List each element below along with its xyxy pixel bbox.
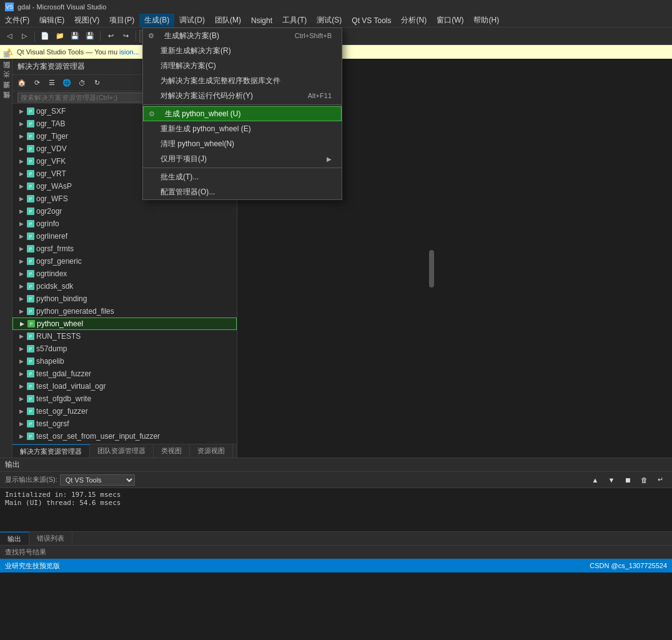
menu-edit[interactable]: 编辑(E) <box>34 14 69 27</box>
expand-arrow: ▶ <box>17 245 25 252</box>
tab-resource-view[interactable]: 资源视图 <box>190 444 233 458</box>
tree-item-test-ofgdb-write[interactable]: ▶ P test_ofgdb_write <box>12 392 237 405</box>
tree-item-test-load-virtual[interactable]: ▶ P test_load_virtual_ogr <box>12 380 237 392</box>
toolbar-forward-btn[interactable]: ▷ <box>17 29 31 43</box>
output-content: Initialized in: 197.15 msecs Main (UI) t… <box>0 488 672 531</box>
sidebar-tab-class[interactable]: 类 <box>0 79 12 89</box>
menu-analyze[interactable]: 分析(N) <box>396 14 432 27</box>
menu-only-for-project[interactable]: 仅用于项目(J) ▶ <box>143 151 342 166</box>
panel-sync-btn[interactable]: ⟳ <box>30 76 44 90</box>
menu-project[interactable]: 项目(P) <box>104 14 139 27</box>
menu-window[interactable]: 窗口(W) <box>432 14 468 27</box>
tree-item-python-wheel[interactable]: ▶ P python_wheel <box>12 318 237 330</box>
output-panel: 输出 显示输出来源(S): Qt VS Tools Build Debug ▲ … <box>0 458 672 545</box>
menu-build-python-wheel[interactable]: ⚙ 生成 python_wheel (U) <box>143 106 342 121</box>
output-clear-btn[interactable]: 🗑 <box>637 473 651 487</box>
tree-item-ogrsf-frmts[interactable]: ▶ P ogrsf_frmts <box>12 242 237 255</box>
sidebar-tab-solution[interactable]: 解决方案 <box>0 59 12 69</box>
toolbar-saveall-btn[interactable]: 💾 <box>83 29 97 43</box>
menu-batch-build[interactable]: 批生成(T)... <box>143 169 342 184</box>
expand-arrow: ▶ <box>17 408 25 415</box>
tree-item-python-binding[interactable]: ▶ P python_binding <box>12 292 237 305</box>
proj-icon: P <box>26 144 35 153</box>
tree-item-test-osr-set[interactable]: ▶ P test_osr_set_from_user_input_fuzzer <box>12 430 237 442</box>
output-word-wrap-btn[interactable]: ↵ <box>653 473 667 487</box>
tree-item-pcidsk-sdk[interactable]: ▶ P pcidsk_sdk <box>12 280 237 292</box>
expand-arrow: ▶ <box>17 182 25 190</box>
panel-refresh-btn[interactable]: ↻ <box>90 76 104 90</box>
menu-rebuild-python-wheel[interactable]: 重新生成 python_wheel (E) <box>143 121 342 136</box>
output-toolbar: 显示输出来源(S): Qt VS Tools Build Debug ▲ ▼ ⏹… <box>0 472 672 488</box>
status-bottom-label: 业研究生技预览版 <box>5 561 60 571</box>
output-up-btn[interactable]: ▲ <box>588 473 602 487</box>
output-bottom-tabs: 输出 错误列表 <box>0 531 672 545</box>
menu-sep1 <box>143 104 342 105</box>
tree-item-ogr2ogr[interactable]: ▶ P ogr2ogr <box>12 205 237 218</box>
menu-test[interactable]: 测试(S) <box>312 14 347 27</box>
menu-qtvs[interactable]: Qt VS Tools <box>347 14 396 27</box>
build-icon: ⚙ <box>148 32 161 40</box>
expand-arrow: ▶ <box>17 332 25 340</box>
menu-tools[interactable]: 工具(T) <box>277 14 312 27</box>
menu-config-manager[interactable]: 配置管理器(O)... <box>143 184 342 199</box>
toolbar-new-btn[interactable]: 📄 <box>38 29 52 43</box>
proj-icon: P <box>26 232 35 241</box>
proj-icon: P <box>26 282 35 291</box>
tree-item-test-gdal-fuzzer[interactable]: ▶ P test_gdal_fuzzer <box>12 368 237 380</box>
output-source-select[interactable]: Qt VS Tools Build Debug <box>60 474 135 486</box>
menu-debug[interactable]: 调试(D) <box>174 14 210 27</box>
output-stop-btn[interactable]: ⏹ <box>621 473 635 487</box>
tab-team-explorer[interactable]: 团队资源管理器 <box>90 444 154 458</box>
tab-class-view[interactable]: 类视图 <box>154 444 190 458</box>
expand-arrow: ▶ <box>17 270 25 278</box>
menu-file[interactable]: 文件(F) <box>0 14 34 27</box>
toolbar-open-btn[interactable]: 📁 <box>53 29 67 43</box>
tab-output[interactable]: 输出 <box>0 532 29 545</box>
proj-icon: P <box>26 157 35 166</box>
warning-link[interactable]: ision... <box>119 48 139 56</box>
panel-time-btn[interactable]: ⏱ <box>75 76 89 90</box>
menu-clean-python-wheel[interactable]: 清理 python_wheel(N) <box>143 136 342 151</box>
tree-item-python-generated[interactable]: ▶ P python_generated_files <box>12 305 237 318</box>
panel-filter-btn[interactable]: ☰ <box>45 76 59 90</box>
menu-team[interactable]: 团队(M) <box>210 14 246 27</box>
menu-view[interactable]: 视图(V) <box>69 14 104 27</box>
tree-item-ogrsf-generic[interactable]: ▶ P ogrsf_generic <box>12 255 237 268</box>
proj-icon: P <box>26 407 35 416</box>
menu-clean-solution[interactable]: 清理解决方案(C) <box>143 58 342 73</box>
panel-home-btn[interactable]: 🏠 <box>15 76 29 90</box>
toolbar-redo-btn[interactable]: ↪ <box>119 29 132 43</box>
expand-arrow: ▶ <box>17 370 25 378</box>
sidebar-tab-resource[interactable]: 资源 <box>0 89 12 99</box>
proj-icon: P <box>26 244 35 253</box>
toolbar-save-btn[interactable]: 💾 <box>68 29 82 43</box>
output-down-btn[interactable]: ▼ <box>605 473 618 487</box>
expand-arrow: ▶ <box>17 395 25 402</box>
toolbar-undo-btn[interactable]: ↩ <box>104 29 117 43</box>
tree-item-ogrtindex[interactable]: ▶ P ogrtindex <box>12 268 237 280</box>
status-right: CSDN @cs_1307725524 <box>590 562 667 569</box>
tree-item-ogrinfo[interactable]: ▶ P ogrinfo <box>12 218 237 230</box>
toolbar-back-btn[interactable]: ◁ <box>2 29 16 43</box>
panel-globe-btn[interactable]: 🌐 <box>60 76 74 90</box>
tree-item-test-ogrsf[interactable]: ▶ P test_ogrsf <box>12 418 237 430</box>
tab-error-list[interactable]: 错误列表 <box>29 532 72 545</box>
menu-analyze-solution[interactable]: 对解决方案运行代码分析(Y) Alt+F11 <box>143 88 342 103</box>
tree-item-run-tests[interactable]: ▶ P RUN_TESTS <box>12 330 237 342</box>
tree-item-s57dump[interactable]: ▶ P s57dump <box>12 342 237 355</box>
tab-solution-explorer[interactable]: 解决方案资源管理器 <box>12 444 90 458</box>
expand-arrow: ▶ <box>17 382 25 390</box>
menu-build[interactable]: 生成(B) <box>139 14 174 27</box>
menu-help[interactable]: 帮助(H) <box>468 14 504 27</box>
menu-pdb-solution[interactable]: 为解决方案生成完整程序数据库文件 <box>143 73 342 88</box>
expand-arrow: ▶ <box>17 220 25 228</box>
tree-item-ogrlineref[interactable]: ▶ P ogrlineref <box>12 230 237 242</box>
tree-item-shapelib[interactable]: ▶ P shapelib <box>12 355 237 368</box>
menu-rebuild-solution[interactable]: 重新生成解决方案(R) <box>143 43 342 58</box>
sidebar-tab-team[interactable]: 团队 <box>0 69 12 79</box>
menu-build-solution[interactable]: ⚙ 生成解决方案(B) Ctrl+Shift+B <box>143 28 342 43</box>
tree-item-test-ogr-fuzzer[interactable]: ▶ P test_ogr_fuzzer <box>12 405 237 418</box>
expand-arrow: ▶ <box>17 358 25 365</box>
sidebar-tab-props[interactable]: 属性 <box>0 99 12 109</box>
menu-nsight[interactable]: Nsight <box>246 14 277 27</box>
